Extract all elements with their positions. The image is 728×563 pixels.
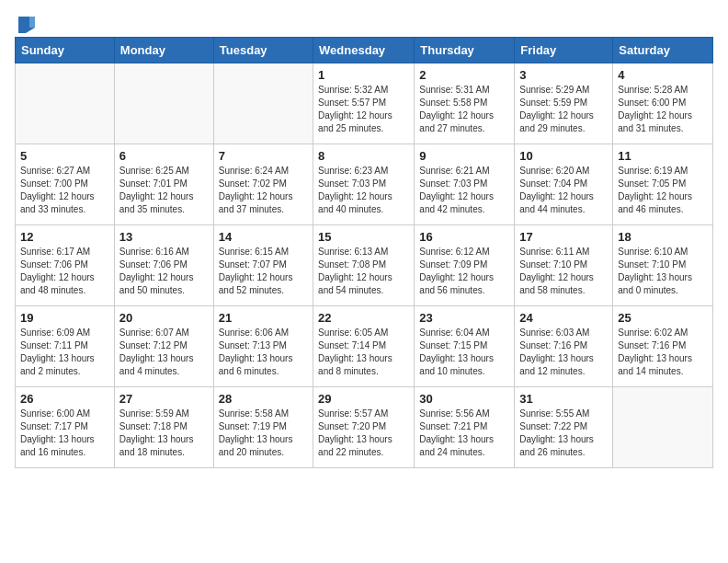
week-row-1: 1Sunrise: 5:32 AM Sunset: 5:57 PM Daylig… <box>16 63 713 144</box>
day-number: 27 <box>119 392 209 406</box>
day-info: Sunrise: 6:02 AM Sunset: 7:16 PM Dayligh… <box>618 327 708 378</box>
day-info: Sunrise: 5:55 AM Sunset: 7:22 PM Dayligh… <box>519 408 608 459</box>
day-info: Sunrise: 6:12 AM Sunset: 7:09 PM Dayligh… <box>419 246 509 297</box>
week-row-2: 5Sunrise: 6:27 AM Sunset: 7:00 PM Daylig… <box>16 144 713 225</box>
calendar-cell: 8Sunrise: 6:23 AM Sunset: 7:03 PM Daylig… <box>313 144 415 225</box>
day-number: 3 <box>519 68 608 82</box>
day-number: 1 <box>318 68 409 82</box>
day-info: Sunrise: 6:17 AM Sunset: 7:06 PM Dayligh… <box>20 246 109 297</box>
logo <box>15 15 37 31</box>
day-info: Sunrise: 6:13 AM Sunset: 7:08 PM Dayligh… <box>318 246 409 297</box>
day-number: 16 <box>419 230 509 244</box>
day-number: 12 <box>20 230 109 244</box>
day-info: Sunrise: 5:32 AM Sunset: 5:57 PM Dayligh… <box>318 84 409 135</box>
calendar-table: SundayMondayTuesdayWednesdayThursdayFrid… <box>15 37 713 468</box>
col-header-saturday: Saturday <box>613 38 713 63</box>
day-info: Sunrise: 6:04 AM Sunset: 7:15 PM Dayligh… <box>419 327 509 378</box>
calendar-cell <box>16 63 115 144</box>
day-number: 21 <box>219 311 308 325</box>
day-info: Sunrise: 6:27 AM Sunset: 7:00 PM Dayligh… <box>20 165 109 216</box>
calendar-cell: 9Sunrise: 6:21 AM Sunset: 7:03 PM Daylig… <box>415 144 515 225</box>
calendar-cell: 6Sunrise: 6:25 AM Sunset: 7:01 PM Daylig… <box>114 144 213 225</box>
day-info: Sunrise: 6:00 AM Sunset: 7:17 PM Dayligh… <box>20 408 109 459</box>
day-info: Sunrise: 6:06 AM Sunset: 7:13 PM Dayligh… <box>219 327 308 378</box>
week-row-3: 12Sunrise: 6:17 AM Sunset: 7:06 PM Dayli… <box>16 225 713 306</box>
calendar-cell: 26Sunrise: 6:00 AM Sunset: 7:17 PM Dayli… <box>16 387 115 468</box>
day-number: 19 <box>20 311 109 325</box>
day-info: Sunrise: 6:07 AM Sunset: 7:12 PM Dayligh… <box>119 327 209 378</box>
day-number: 22 <box>318 311 409 325</box>
day-number: 14 <box>219 230 308 244</box>
calendar-cell: 21Sunrise: 6:06 AM Sunset: 7:13 PM Dayli… <box>213 306 313 387</box>
calendar-cell: 5Sunrise: 6:27 AM Sunset: 7:00 PM Daylig… <box>16 144 115 225</box>
day-number: 29 <box>318 392 409 406</box>
day-number: 23 <box>419 311 509 325</box>
col-header-friday: Friday <box>515 38 613 63</box>
calendar-cell: 20Sunrise: 6:07 AM Sunset: 7:12 PM Dayli… <box>114 306 213 387</box>
week-row-5: 26Sunrise: 6:00 AM Sunset: 7:17 PM Dayli… <box>16 387 713 468</box>
calendar-cell: 15Sunrise: 6:13 AM Sunset: 7:08 PM Dayli… <box>313 225 415 306</box>
calendar-cell: 25Sunrise: 6:02 AM Sunset: 7:16 PM Dayli… <box>613 306 713 387</box>
day-info: Sunrise: 6:24 AM Sunset: 7:02 PM Dayligh… <box>219 165 308 216</box>
calendar-cell: 10Sunrise: 6:20 AM Sunset: 7:04 PM Dayli… <box>515 144 613 225</box>
day-info: Sunrise: 6:25 AM Sunset: 7:01 PM Dayligh… <box>119 165 209 216</box>
day-number: 18 <box>618 230 708 244</box>
day-info: Sunrise: 6:16 AM Sunset: 7:06 PM Dayligh… <box>119 246 209 297</box>
calendar-cell <box>613 387 713 468</box>
col-header-wednesday: Wednesday <box>313 38 415 63</box>
page-header <box>15 15 713 31</box>
day-number: 26 <box>20 392 109 406</box>
day-info: Sunrise: 6:05 AM Sunset: 7:14 PM Dayligh… <box>318 327 409 378</box>
day-number: 10 <box>519 149 608 163</box>
day-info: Sunrise: 5:57 AM Sunset: 7:20 PM Dayligh… <box>318 408 409 459</box>
day-number: 20 <box>119 311 209 325</box>
day-info: Sunrise: 6:19 AM Sunset: 7:05 PM Dayligh… <box>618 165 708 216</box>
calendar-cell: 28Sunrise: 5:58 AM Sunset: 7:19 PM Dayli… <box>213 387 313 468</box>
calendar-cell: 30Sunrise: 5:56 AM Sunset: 7:21 PM Dayli… <box>415 387 515 468</box>
calendar-cell: 16Sunrise: 6:12 AM Sunset: 7:09 PM Dayli… <box>415 225 515 306</box>
day-number: 31 <box>519 392 608 406</box>
calendar-cell: 7Sunrise: 6:24 AM Sunset: 7:02 PM Daylig… <box>213 144 313 225</box>
day-number: 28 <box>219 392 308 406</box>
col-header-monday: Monday <box>114 38 213 63</box>
calendar-cell <box>114 63 213 144</box>
day-number: 30 <box>419 392 509 406</box>
calendar-cell: 17Sunrise: 6:11 AM Sunset: 7:10 PM Dayli… <box>515 225 613 306</box>
calendar-cell: 4Sunrise: 5:28 AM Sunset: 6:00 PM Daylig… <box>613 63 713 144</box>
day-number: 2 <box>419 68 509 82</box>
day-info: Sunrise: 5:58 AM Sunset: 7:19 PM Dayligh… <box>219 408 308 459</box>
col-header-tuesday: Tuesday <box>213 38 313 63</box>
day-number: 8 <box>318 149 409 163</box>
day-number: 15 <box>318 230 409 244</box>
calendar-cell: 3Sunrise: 5:29 AM Sunset: 5:59 PM Daylig… <box>515 63 613 144</box>
calendar-cell: 2Sunrise: 5:31 AM Sunset: 5:58 PM Daylig… <box>415 63 515 144</box>
calendar-cell: 31Sunrise: 5:55 AM Sunset: 7:22 PM Dayli… <box>515 387 613 468</box>
calendar-cell: 12Sunrise: 6:17 AM Sunset: 7:06 PM Dayli… <box>16 225 115 306</box>
col-header-thursday: Thursday <box>415 38 515 63</box>
calendar-cell: 18Sunrise: 6:10 AM Sunset: 7:10 PM Dayli… <box>613 225 713 306</box>
day-info: Sunrise: 6:15 AM Sunset: 7:07 PM Dayligh… <box>219 246 308 297</box>
col-header-sunday: Sunday <box>16 38 115 63</box>
calendar-cell: 13Sunrise: 6:16 AM Sunset: 7:06 PM Dayli… <box>114 225 213 306</box>
calendar-cell: 1Sunrise: 5:32 AM Sunset: 5:57 PM Daylig… <box>313 63 415 144</box>
day-info: Sunrise: 5:28 AM Sunset: 6:00 PM Dayligh… <box>618 84 708 135</box>
calendar-cell: 24Sunrise: 6:03 AM Sunset: 7:16 PM Dayli… <box>515 306 613 387</box>
calendar-cell: 22Sunrise: 6:05 AM Sunset: 7:14 PM Dayli… <box>313 306 415 387</box>
calendar-cell: 14Sunrise: 6:15 AM Sunset: 7:07 PM Dayli… <box>213 225 313 306</box>
day-number: 11 <box>618 149 708 163</box>
day-number: 24 <box>519 311 608 325</box>
day-info: Sunrise: 5:56 AM Sunset: 7:21 PM Dayligh… <box>419 408 509 459</box>
calendar-cell <box>213 63 313 144</box>
day-info: Sunrise: 6:20 AM Sunset: 7:04 PM Dayligh… <box>519 165 608 216</box>
day-number: 9 <box>419 149 509 163</box>
day-info: Sunrise: 6:23 AM Sunset: 7:03 PM Dayligh… <box>318 165 409 216</box>
day-info: Sunrise: 6:10 AM Sunset: 7:10 PM Dayligh… <box>618 246 708 297</box>
calendar-cell: 23Sunrise: 6:04 AM Sunset: 7:15 PM Dayli… <box>415 306 515 387</box>
day-number: 4 <box>618 68 708 82</box>
logo-flag-icon <box>17 15 37 35</box>
day-number: 6 <box>119 149 209 163</box>
calendar-cell: 19Sunrise: 6:09 AM Sunset: 7:11 PM Dayli… <box>16 306 115 387</box>
day-number: 13 <box>119 230 209 244</box>
day-number: 7 <box>219 149 308 163</box>
day-info: Sunrise: 6:11 AM Sunset: 7:10 PM Dayligh… <box>519 246 608 297</box>
